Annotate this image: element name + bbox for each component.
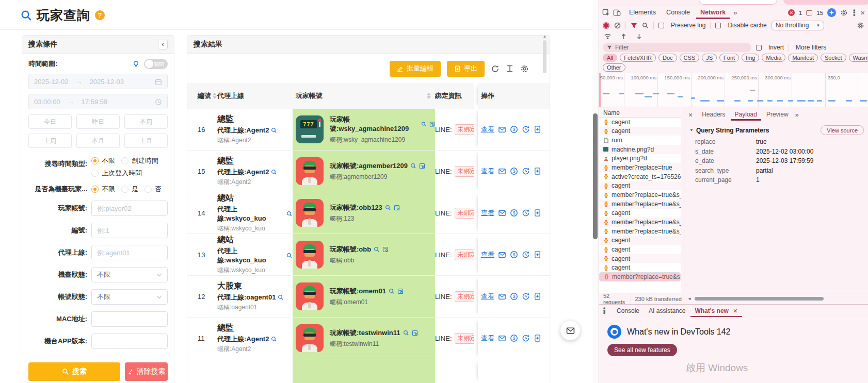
search-icon[interactable] — [286, 211, 293, 217]
radio-label[interactable]: 上次登入時間 — [102, 169, 142, 178]
refresh-clock-icon[interactable] — [522, 251, 530, 259]
dollar-icon[interactable]: $ — [510, 292, 518, 301]
request-row[interactable]: {}member?replace=true&s_... — [599, 190, 681, 199]
browser-page-scrollbar[interactable] — [592, 0, 599, 383]
table-settings-gear-icon[interactable] — [520, 64, 529, 73]
issue-count[interactable]: 15 — [816, 10, 823, 16]
import-har-icon[interactable] — [620, 32, 627, 39]
mail-icon[interactable] — [498, 293, 506, 301]
request-row[interactable]: {}cagent — [599, 181, 681, 191]
request-name[interactable]: active?create_ts=1765268... — [612, 173, 681, 180]
device-toolbar-icon[interactable] — [613, 9, 621, 16]
row-height-icon[interactable] — [506, 64, 514, 73]
refresh-clock-icon[interactable] — [522, 292, 530, 301]
request-name[interactable]: cagent — [612, 264, 630, 271]
request-name[interactable]: member?replace=true&s_... — [612, 201, 681, 208]
clear-icon[interactable] — [614, 22, 621, 29]
chip-all[interactable]: All — [603, 54, 617, 62]
request-name[interactable]: member?replace=true&s_... — [612, 273, 681, 280]
chip-doc[interactable]: Doc — [658, 54, 677, 62]
tab-network[interactable]: Network — [696, 6, 730, 19]
serial-input[interactable] — [91, 223, 168, 238]
agent-line-input[interactable] — [91, 245, 168, 260]
results-scrollbar[interactable]: ▲ — [542, 34, 548, 383]
request-row[interactable]: {}cagent — [599, 263, 681, 273]
radio-label[interactable]: 否 — [155, 185, 162, 194]
chip-js[interactable]: JS — [702, 54, 717, 62]
request-name[interactable]: cagent — [612, 182, 630, 189]
search-icon[interactable] — [385, 205, 391, 211]
radio-unlimited[interactable] — [91, 157, 99, 164]
radio-label[interactable]: 不限 — [102, 185, 115, 194]
request-name[interactable]: cagent — [612, 127, 630, 135]
request-name[interactable]: player.png?d — [612, 155, 647, 162]
refresh-icon[interactable] — [491, 64, 500, 73]
refresh-clock-icon[interactable] — [522, 167, 530, 175]
quick-today-button[interactable]: 今日 — [28, 114, 72, 129]
col-no[interactable]: 編號 — [198, 92, 211, 100]
detail-card-icon[interactable] — [412, 330, 418, 336]
mail-icon[interactable] — [498, 126, 506, 134]
export-button[interactable]: 導出 — [447, 61, 485, 77]
ai-assistance-icon[interactable] — [827, 8, 836, 17]
tab-elements[interactable]: Elements — [625, 6, 660, 19]
chip-other[interactable]: Other — [603, 63, 625, 72]
document-icon[interactable] — [534, 334, 541, 342]
col-agent[interactable]: 代理上線 — [217, 83, 293, 109]
search-icon[interactable] — [271, 336, 277, 342]
drawer-kebab-icon[interactable]: ••• — [602, 307, 606, 314]
tab-console[interactable]: Console — [662, 6, 694, 19]
detail-card-icon[interactable] — [394, 205, 400, 211]
account-status-select[interactable]: 不限 — [91, 289, 168, 305]
document-icon[interactable] — [534, 292, 541, 301]
quick-thismonth-button[interactable]: 本月 — [76, 134, 120, 148]
detail-card-icon[interactable] — [429, 121, 435, 127]
quick-yesterday-button[interactable]: 昨日 — [76, 114, 120, 129]
request-row[interactable]: {}cagent — [599, 209, 681, 218]
inspect-element-icon[interactable] — [602, 9, 610, 16]
col-player[interactable]: 玩家帳號 — [296, 91, 323, 101]
error-count[interactable]: 1 — [799, 10, 802, 16]
quick-lastweek-button[interactable]: 上周 — [28, 134, 72, 148]
machine-status-select[interactable]: 不限 — [91, 267, 168, 282]
more-tabs-icon[interactable]: » — [794, 111, 800, 119]
chip-media[interactable]: Media — [762, 54, 785, 62]
preserve-log-label[interactable]: Preserve log — [671, 22, 705, 29]
throttling-select[interactable]: No throttling ▼ — [771, 21, 825, 30]
search-icon[interactable] — [642, 22, 649, 29]
search-icon[interactable] — [410, 163, 416, 169]
request-row[interactable]: {}member?replace=true&s_... — [599, 272, 681, 281]
search-icon[interactable] — [271, 169, 277, 175]
radio-label[interactable]: 是 — [132, 185, 138, 194]
radio-last-login[interactable] — [91, 170, 99, 177]
chip-wasm[interactable]: Wasm — [849, 54, 868, 62]
request-row[interactable]: {}member?replace=true&s_... — [599, 199, 681, 209]
collapse-panel-button[interactable]: ‹ — [158, 40, 168, 49]
request-row[interactable]: {}cagent — [599, 254, 681, 263]
preserve-log-checkbox[interactable] — [658, 23, 664, 28]
help-icon[interactable]: ? — [95, 10, 105, 20]
invert-checkbox[interactable] — [756, 45, 762, 51]
mail-icon[interactable] — [498, 209, 506, 217]
view-link[interactable]: 查看 — [481, 334, 494, 343]
view-link[interactable]: 查看 — [481, 292, 494, 301]
radio-label[interactable]: 創建時間 — [132, 156, 158, 165]
search-icon[interactable] — [403, 330, 409, 336]
request-row[interactable]: {}member?replace=true&s_... — [599, 218, 681, 227]
clear-search-button[interactable]: 清除搜索 — [125, 362, 168, 381]
scroll-up-arrow[interactable]: ▲ — [542, 34, 548, 39]
request-row[interactable]: {}cagent — [599, 118, 681, 127]
request-name[interactable]: cagent — [612, 255, 630, 262]
request-row[interactable]: {}cagent — [599, 245, 681, 254]
more-tabs-icon[interactable]: » — [732, 9, 738, 16]
chip-font[interactable]: Font — [719, 54, 739, 62]
mac-address-input[interactable] — [91, 311, 168, 327]
time-range-input[interactable]: 03:00:00 → 17:59:59 — [28, 94, 168, 109]
view-source-button[interactable]: View source — [821, 125, 864, 135]
dollar-icon[interactable]: $ — [510, 251, 518, 259]
radio-no[interactable] — [144, 186, 152, 193]
request-row[interactable]: {}cagent — [599, 236, 681, 245]
radio-unlimited[interactable] — [91, 186, 99, 193]
dollar-icon[interactable]: $ — [510, 334, 518, 342]
time-range-toggle[interactable]: 關閉 — [144, 59, 168, 69]
